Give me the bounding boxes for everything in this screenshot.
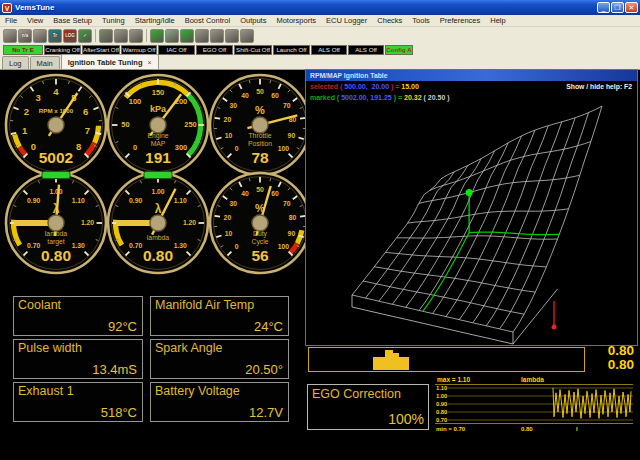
svg-text:min = 0.70: min = 0.70 [436, 426, 466, 432]
tab-close-icon[interactable]: × [148, 59, 152, 66]
status-warmup-off[interactable]: Warmup Off [121, 45, 157, 55]
tool-icon-6-icon[interactable] [180, 29, 194, 43]
menu-motorsports[interactable]: Motorsports [271, 16, 321, 25]
status-cranking-off[interactable]: Cranking Off [44, 45, 81, 55]
tool-icon-9-icon[interactable] [225, 29, 239, 43]
toolbar-separator [95, 29, 96, 42]
marked-cell-line: marked ( 5002.00, 191.25 ) = 20.32 ( 20.… [306, 92, 637, 103]
ego-unit: % [412, 411, 424, 427]
tool-icon-3-icon[interactable] [129, 29, 143, 43]
lambda-paint-bar[interactable] [308, 347, 585, 372]
svg-text:0.90: 0.90 [129, 197, 142, 204]
panel-value: 12.7V [249, 405, 283, 420]
svg-text:1.00: 1.00 [49, 188, 62, 195]
ignition-table-panel: RPM/MAP Ignition Table selected ( 500.00… [305, 69, 638, 346]
menu-ecu-logger[interactable]: ECU Logger [321, 16, 372, 25]
validate-icon[interactable]: ✓ [78, 29, 92, 43]
toolbar-icons: n/aTrLOG✓ [3, 28, 254, 43]
svg-text:lambda: lambda [521, 376, 544, 383]
svg-text:70: 70 [283, 102, 291, 109]
app-logo-icon: V [2, 3, 12, 13]
svg-text:80: 80 [289, 214, 297, 221]
menu-checks[interactable]: Checks [372, 16, 407, 25]
menu-view[interactable]: View [22, 16, 48, 25]
svg-text:0.80: 0.80 [521, 426, 533, 432]
selected-coords: 500.00, 20.00 [344, 83, 389, 90]
toolbar: n/aTrLOG✓ View mode [0, 27, 640, 44]
menu-help[interactable]: Help [485, 16, 510, 25]
status-no-tr-e[interactable]: No Tr E [3, 45, 43, 55]
panel-value: 92°C [108, 319, 137, 334]
menu-starting-idle[interactable]: Starting/Idle [130, 16, 180, 25]
menu-outputs[interactable]: Outputs [235, 16, 271, 25]
tool-icon-8-icon[interactable] [210, 29, 224, 43]
panel-pulse-width: Pulse width13.4mS [13, 339, 143, 379]
ignition-3d-surface[interactable] [306, 105, 637, 345]
svg-text:300: 300 [175, 143, 188, 152]
maximize-button[interactable]: ❐ [611, 2, 624, 13]
tab-log[interactable]: Log [2, 56, 29, 69]
svg-text:lambda: lambda [147, 234, 170, 241]
close-button[interactable]: ✕ [625, 2, 638, 13]
svg-text:Position: Position [248, 140, 272, 147]
status-als-off[interactable]: ALS Off [311, 45, 347, 55]
svg-text:I: I [576, 426, 578, 432]
svg-text:100: 100 [278, 145, 290, 152]
status-launch-off[interactable]: Launch Off [273, 45, 310, 55]
svg-text:7: 7 [85, 125, 90, 136]
svg-text:20: 20 [224, 214, 232, 221]
window-title: VemsTune [15, 3, 54, 12]
tool-icon-5-icon[interactable] [165, 29, 179, 43]
ignition-panel-titlebar[interactable]: RPM/MAP Ignition Table [306, 70, 637, 81]
tab-ignition-table-tuning[interactable]: Ignition Table Tuning× [61, 54, 159, 69]
svg-text:40: 40 [241, 190, 249, 197]
svg-text:1.20: 1.20 [81, 219, 94, 226]
status-als-off[interactable]: ALS Off [348, 45, 384, 55]
svg-text:30: 30 [230, 102, 238, 109]
tool-icon-2-icon[interactable] [114, 29, 128, 43]
panel-exhaust-1: Exhaust 1518°C [13, 382, 143, 422]
status-config-a[interactable]: Config A [385, 45, 413, 55]
menu-file[interactable]: File [0, 16, 22, 25]
panel-label: Manifold Air Temp [155, 298, 254, 312]
panel-value: 13.4mS [92, 362, 137, 377]
svg-text:1.10: 1.10 [72, 197, 85, 204]
status-shift-cut-off[interactable]: Shift-Cut Off [234, 45, 272, 55]
menu-tools[interactable]: Tools [407, 16, 435, 25]
svg-text:MAP: MAP [151, 140, 166, 147]
minimize-button[interactable]: _ [597, 2, 610, 13]
detect-icon[interactable] [33, 29, 47, 43]
tool-icon-10-icon[interactable] [240, 29, 254, 43]
svg-text:10: 10 [225, 230, 233, 237]
svg-text:0.90: 0.90 [27, 197, 40, 204]
tool-icon-4-icon[interactable] [150, 29, 164, 43]
svg-text:100: 100 [129, 97, 142, 106]
tool-icon-7-icon[interactable] [195, 29, 209, 43]
panel-label: Battery Voltage [155, 384, 240, 398]
brush-body [373, 357, 409, 370]
help-hint: Show / hide help: F2 [566, 83, 632, 90]
menu-tuning[interactable]: Tuning [97, 16, 130, 25]
tab-main[interactable]: Main [30, 56, 60, 69]
svg-text:1.00: 1.00 [151, 188, 164, 195]
title-bar[interactable]: V VemsTune _ ❐ ✕ [0, 0, 640, 15]
app-window: V VemsTune _ ❐ ✕ FileViewBase SetupTunin… [0, 0, 640, 460]
lambda-value-bottom: 0.80 [584, 358, 634, 372]
trigger-icon[interactable]: Tr [48, 29, 62, 43]
status-ego-off[interactable]: EGO Off [196, 45, 233, 55]
menu-boost-control[interactable]: Boost Control [180, 16, 235, 25]
svg-text:60: 60 [271, 190, 279, 197]
menu-base-setup[interactable]: Base Setup [48, 16, 97, 25]
status-afterstart-off[interactable]: AfterStart Off [82, 45, 120, 55]
svg-text:3: 3 [36, 92, 41, 103]
menu-preferences[interactable]: Preferences [435, 16, 485, 25]
svg-text:50: 50 [256, 186, 264, 193]
tool-icon-1-icon[interactable] [99, 29, 113, 43]
status-iac-off[interactable]: IAC Off [158, 45, 195, 55]
device-icon[interactable] [3, 29, 17, 43]
log-icon[interactable]: LOG [63, 29, 77, 43]
na-icon[interactable]: n/a [18, 29, 32, 43]
svg-text:1.30: 1.30 [174, 242, 187, 249]
svg-text:60: 60 [271, 92, 279, 99]
cell-info: selected ( 500.00, 20.00 ) = 15.00 marke… [306, 81, 637, 105]
